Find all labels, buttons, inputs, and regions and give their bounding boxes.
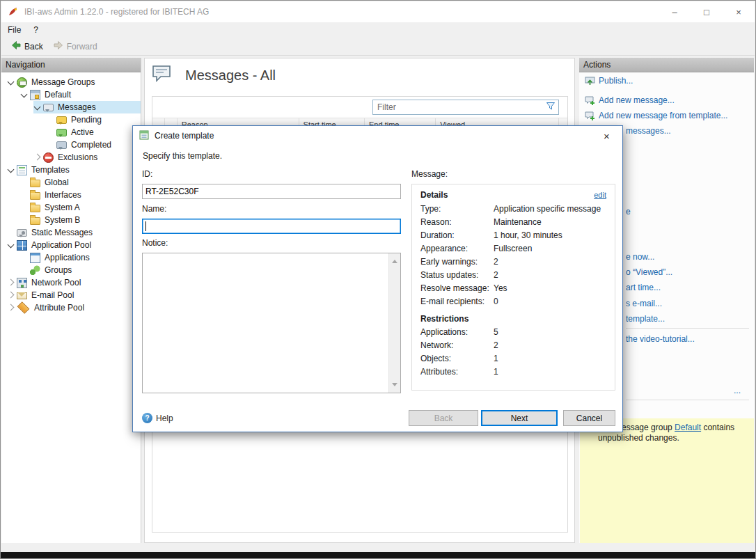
action-link-fragment[interactable]: e — [626, 206, 631, 217]
close-button[interactable]: × — [723, 1, 755, 22]
tree-item-applications[interactable]: Applications — [1, 251, 141, 264]
navigation-tree: Message Groups Default Messages Pending — [1, 72, 141, 314]
chevron-down-icon[interactable] — [7, 239, 15, 251]
filter-input[interactable] — [372, 100, 559, 115]
menubar: File ? — [1, 22, 755, 38]
tree-indent — [47, 126, 54, 139]
tree-item-global[interactable]: Global — [1, 176, 141, 189]
message-groups-icon — [17, 77, 27, 88]
action-link-fragment[interactable]: the video-tutorial... — [626, 333, 695, 345]
chevron-right-icon[interactable] — [7, 276, 15, 289]
tree-item-label: Interfaces — [42, 190, 84, 200]
name-input[interactable] — [142, 219, 401, 234]
tree-item-exclusions[interactable]: Exclusions — [1, 151, 141, 164]
detail-row: Appearance:Fullscreen — [420, 242, 606, 255]
tree-item-completed[interactable]: Completed — [1, 139, 141, 151]
window-bottom-edge — [1, 552, 755, 558]
navigation-panel: Navigation Message Groups Default Messag… — [1, 58, 141, 543]
back-nav-button[interactable]: Back — [6, 38, 48, 54]
next-button[interactable]: Next — [481, 410, 558, 426]
detail-value: Yes — [494, 282, 507, 295]
action-link-fragment[interactable]: e now... — [626, 251, 654, 262]
action-add-new-message[interactable]: Add new message... — [585, 95, 675, 106]
titlebar: IBI-aws Admin 1.22.0 - registered for IB… — [1, 1, 755, 22]
tree-item-message-groups[interactable]: Message Groups — [1, 76, 141, 88]
forward-arrow-icon — [53, 40, 64, 53]
detail-label: Status updates: — [420, 269, 494, 282]
action-add-message-from-template[interactable]: Add new message from template... — [585, 110, 727, 121]
detail-label: Appearance: — [420, 242, 494, 255]
chevron-down-icon[interactable] — [7, 164, 15, 176]
tree-item-active[interactable]: Active — [1, 126, 141, 139]
action-link-fragment[interactable]: s e-mail... — [626, 298, 662, 309]
action-link-fragment[interactable]: art time... — [626, 282, 661, 293]
chevron-down-icon[interactable] — [33, 101, 41, 113]
id-input[interactable] — [142, 184, 401, 199]
maximize-button[interactable]: □ — [691, 1, 723, 22]
action-link-fragment[interactable]: messages... — [626, 125, 671, 136]
tree-item-application-pool[interactable]: Application Pool — [1, 239, 141, 251]
tree-item-system-b[interactable]: System B — [1, 214, 141, 226]
detail-row: Duration:1 hour, 30 minutes — [420, 229, 606, 242]
tree-item-attribute-pool[interactable]: Attribute Pool — [1, 301, 141, 314]
scroll-up-icon[interactable] — [392, 257, 397, 263]
scroll-down-icon[interactable] — [392, 383, 397, 389]
tree-item-system-a[interactable]: System A — [1, 201, 141, 214]
tree-item-static-messages[interactable]: Static Messages — [1, 226, 141, 239]
detail-label: Type: — [420, 203, 494, 216]
detail-value: 2 — [494, 255, 498, 269]
detail-value: Maintenance — [494, 216, 542, 229]
restriction-value: 1 — [494, 352, 498, 365]
folder-icon — [30, 180, 40, 187]
action-publish[interactable]: Publish... — [585, 75, 633, 86]
detail-label: Duration: — [420, 229, 494, 242]
detail-value: Application specific message — [494, 203, 601, 216]
restriction-label: Attributes: — [420, 365, 494, 379]
details-header: Details — [420, 190, 448, 200]
dialog-close-button[interactable]: × — [591, 126, 622, 145]
detail-row: Status updates:2 — [420, 269, 606, 282]
chevron-down-icon[interactable] — [7, 76, 15, 88]
tree-item-messages[interactable]: Messages — [1, 101, 141, 113]
restriction-row: Objects:1 — [420, 352, 606, 365]
chevron-right-icon[interactable] — [33, 151, 41, 164]
filter-text-field[interactable] — [376, 102, 543, 113]
notice-textarea[interactable] — [142, 253, 401, 393]
tree-item-interfaces[interactable]: Interfaces — [1, 189, 141, 201]
folder-icon — [30, 217, 40, 225]
dialog-titlebar[interactable]: Create template × — [133, 126, 622, 145]
forward-nav-button[interactable]: Forward — [48, 38, 102, 54]
tree-item-default[interactable]: Default — [1, 88, 141, 101]
menu-file[interactable]: File — [1, 25, 27, 35]
detail-label: Reason: — [420, 216, 494, 229]
app-logo-icon — [8, 6, 19, 17]
tree-item-label: Application Pool — [29, 240, 93, 250]
tree-item-groups[interactable]: Groups — [1, 264, 141, 276]
help-link[interactable]: Help — [142, 413, 173, 423]
menu-help[interactable]: ? — [27, 25, 45, 35]
chevron-right-icon[interactable] — [7, 301, 15, 314]
action-link-fragment[interactable]: ... — [734, 385, 741, 396]
tree-item-network-pool[interactable]: Network Pool — [1, 276, 141, 289]
detail-label: E-mail recipients: — [420, 295, 494, 308]
minimize-button[interactable]: – — [659, 1, 691, 22]
action-link-fragment[interactable]: template... — [626, 313, 665, 324]
scrollbar[interactable] — [388, 253, 400, 393]
active-icon — [56, 129, 67, 136]
back-button[interactable]: Back — [409, 410, 478, 426]
tree-item-templates[interactable]: Templates — [1, 164, 141, 176]
tree-item-email-pool[interactable]: E-mail Pool — [1, 289, 141, 301]
cancel-button[interactable]: Cancel — [563, 410, 615, 426]
chevron-right-icon[interactable] — [7, 289, 15, 301]
tree-indent — [20, 214, 28, 226]
dialog-subtitle: Specify this template. — [143, 151, 222, 161]
actions-separator — [626, 400, 749, 400]
tree-item-pending[interactable]: Pending — [1, 113, 141, 126]
notice-default-link[interactable]: Default — [675, 423, 701, 432]
edit-link[interactable]: edit — [594, 191, 606, 199]
pending-icon — [56, 116, 67, 124]
tree-item-label: Templates — [29, 165, 72, 175]
action-link-fragment[interactable]: o “Viewed”... — [626, 267, 672, 278]
tree-indent — [20, 201, 28, 214]
chevron-down-icon[interactable] — [20, 88, 28, 101]
